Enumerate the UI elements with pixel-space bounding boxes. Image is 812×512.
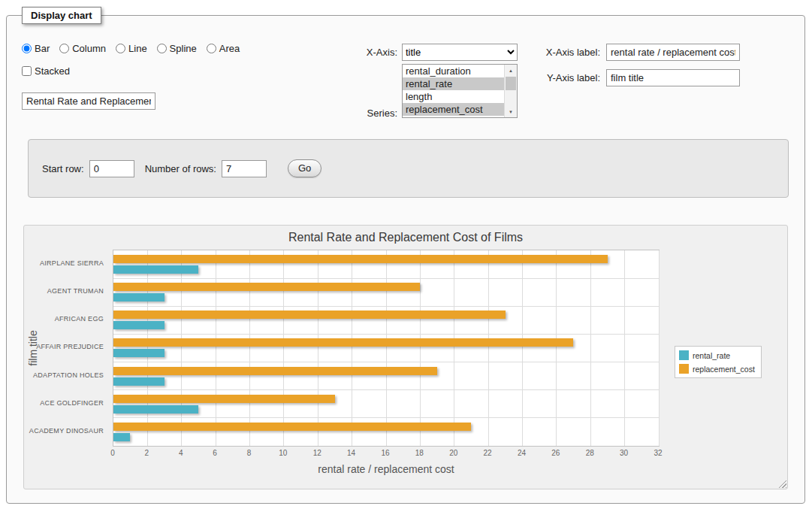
stacked-option[interactable]: Stacked xyxy=(22,65,70,77)
x-tick-label: 6 xyxy=(204,449,226,457)
gridline xyxy=(113,306,659,307)
row-range-fieldset: Start row: Number of rows: Go xyxy=(28,139,789,198)
stacked-label: Stacked xyxy=(35,65,70,77)
bar-rental_rate xyxy=(113,405,198,414)
chart-type-radio-area[interactable] xyxy=(207,44,216,53)
x-axis-label-field-label: X-Axis label: xyxy=(524,47,600,58)
gridline xyxy=(318,250,318,446)
chart-title-input[interactable] xyxy=(22,92,155,110)
scroll-down-icon[interactable]: ▼ xyxy=(505,106,517,117)
bar-rental_rate xyxy=(113,349,165,357)
x-tick-label: 20 xyxy=(442,449,465,457)
chart-type-radio-spline[interactable] xyxy=(157,44,167,53)
series-option-rental_rate[interactable]: rental_rate xyxy=(403,77,504,90)
category-label: ACE GOLDFINGER xyxy=(24,389,108,417)
gridline xyxy=(181,250,182,446)
bar-rental_rate xyxy=(113,321,165,329)
go-button[interactable]: Go xyxy=(288,159,321,177)
x-tick-label: 4 xyxy=(170,449,192,457)
gridline xyxy=(113,389,659,390)
x-tick-label: 0 xyxy=(101,449,124,457)
chart-type-option-column[interactable]: Column xyxy=(59,43,106,54)
number-of-rows-input[interactable] xyxy=(222,160,267,177)
gridline xyxy=(113,278,659,279)
scroll-up-icon[interactable]: ▲ xyxy=(505,65,517,76)
gridline xyxy=(249,250,250,446)
x-tick-label: 22 xyxy=(476,449,499,457)
bar-rental_rate xyxy=(113,265,198,274)
series-list-label: Series: xyxy=(331,108,397,119)
chart-type-radio-column[interactable] xyxy=(59,44,69,53)
chart-type-option-line[interactable]: Line xyxy=(116,43,147,54)
display-chart-fieldset: Display chart Bar Column Line Spline Are… xyxy=(6,15,805,504)
x-axis-select[interactable]: title xyxy=(402,44,518,61)
bar-rental_rate xyxy=(113,377,165,386)
category-label: ADAPTATION HOLES xyxy=(24,362,108,389)
bar-replacement_cost xyxy=(113,283,420,291)
chart-type-label-area: Area xyxy=(219,43,240,54)
series-option-replacement_cost[interactable]: replacement_cost xyxy=(403,103,504,116)
chart-title: Rental Rate and Replacement Cost of Film… xyxy=(24,231,787,244)
series-option-length[interactable]: length xyxy=(403,90,504,103)
scrollbar-thumb[interactable] xyxy=(506,77,516,90)
category-label: ACADEMY DINOSAUR xyxy=(24,417,108,445)
gridline xyxy=(216,250,216,446)
plot-area xyxy=(113,250,660,447)
series-option-rental_duration[interactable]: rental_duration xyxy=(403,65,504,77)
x-tick-label: 30 xyxy=(613,449,635,457)
chart-type-option-spline[interactable]: Spline xyxy=(157,43,197,54)
chart-type-option-area[interactable]: Area xyxy=(207,43,240,54)
x-tick-label: 32 xyxy=(647,449,669,457)
bar-replacement_cost xyxy=(113,367,437,375)
gridline xyxy=(522,250,523,446)
category-label: AFFAIR PREJUDICE xyxy=(24,333,108,361)
x-tick-label: 14 xyxy=(340,449,363,457)
x-axis-select-label: X-Axis: xyxy=(331,47,397,58)
chart-type-radio-bar[interactable] xyxy=(22,44,32,53)
chart-type-label-bar: Bar xyxy=(35,43,50,54)
x-tick-label: 10 xyxy=(272,449,294,457)
legend-label: replacement_cost xyxy=(693,365,755,374)
bar-replacement_cost xyxy=(113,311,506,319)
chart-type-label-column: Column xyxy=(72,43,106,54)
legend-swatch xyxy=(679,350,689,360)
fieldset-legend: Display chart xyxy=(22,7,101,24)
resize-handle-icon[interactable] xyxy=(777,478,786,488)
x-tick-label: 24 xyxy=(511,449,533,457)
gridline xyxy=(113,334,659,335)
x-axis-label-input[interactable] xyxy=(606,44,740,61)
gridline xyxy=(352,250,352,446)
y-axis-label-input[interactable] xyxy=(606,69,740,86)
gridline xyxy=(113,362,659,362)
gridline xyxy=(488,250,489,446)
chart-panel: Rental Rate and Replacement Cost of Film… xyxy=(23,225,788,489)
series-listbox-scrollbar[interactable]: ▲ ▼ xyxy=(504,65,517,117)
bar-replacement_cost xyxy=(113,338,573,347)
gridline xyxy=(624,250,625,446)
series-listbox-items: rental_durationrental_ratelengthreplacem… xyxy=(403,65,504,117)
bar-replacement_cost xyxy=(113,395,335,403)
gridline xyxy=(113,417,659,418)
page: { "panel": { "legend": "Display chart", … xyxy=(0,0,812,512)
x-tick-label: 2 xyxy=(135,449,158,457)
number-of-rows-label: Number of rows: xyxy=(145,163,216,174)
bar-replacement_cost xyxy=(113,423,471,431)
chart-type-options: Bar Column Line Spline Area xyxy=(22,43,249,54)
stacked-checkbox[interactable] xyxy=(22,66,32,76)
gridline xyxy=(386,250,387,446)
legend-item-rental_rate: rental_rate xyxy=(679,350,755,360)
legend-label: rental_rate xyxy=(693,351,730,360)
gridline xyxy=(659,250,660,446)
y-axis-categories: AIRPLANE SIERRAAGENT TRUMANAFRICAN EGGAF… xyxy=(24,250,108,447)
category-label: AIRPLANE SIERRA xyxy=(24,250,108,277)
legend-swatch xyxy=(679,364,689,374)
gridline xyxy=(590,250,591,446)
chart-type-option-bar[interactable]: Bar xyxy=(22,43,50,54)
x-axis-title: rental rate / replacement cost xyxy=(113,463,660,475)
x-tick-label: 16 xyxy=(374,449,397,457)
bar-replacement_cost xyxy=(113,255,608,263)
series-listbox[interactable]: rental_durationrental_ratelengthreplacem… xyxy=(402,64,518,118)
chart-type-radio-line[interactable] xyxy=(116,44,125,53)
chart-legend: rental_ratereplacement_cost xyxy=(675,346,762,378)
start-row-input[interactable] xyxy=(89,160,134,177)
